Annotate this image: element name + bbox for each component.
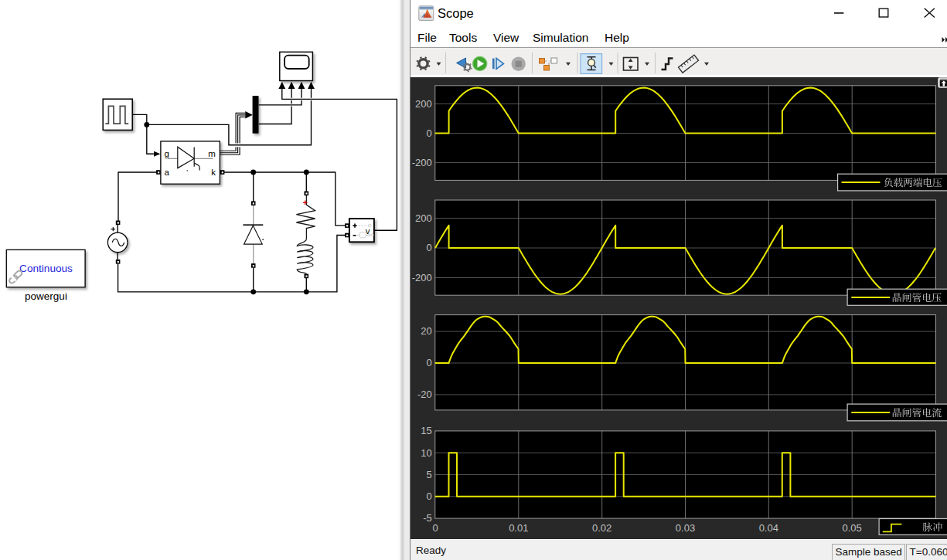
svg-text:k: k — [211, 168, 216, 177]
svg-text:v: v — [366, 226, 370, 236]
svg-text:0: 0 — [432, 522, 438, 534]
svg-text:a: a — [165, 168, 170, 177]
svg-text:0.01: 0.01 — [509, 522, 528, 534]
svg-text:200: 200 — [415, 212, 432, 224]
svg-text:15: 15 — [421, 425, 431, 436]
svg-text:-20: -20 — [417, 389, 432, 400]
svg-text:20: 20 — [421, 325, 431, 337]
svg-text:powergui: powergui — [25, 290, 67, 302]
svg-text:0: 0 — [427, 490, 432, 502]
svg-text:200: 200 — [415, 98, 432, 110]
svg-text:0.05: 0.05 — [843, 522, 862, 534]
svg-text:10: 10 — [421, 447, 431, 459]
svg-text:-200: -200 — [412, 272, 432, 283]
svg-text:0: 0 — [427, 242, 432, 253]
svg-text:0: 0 — [427, 127, 432, 139]
svg-text:0: 0 — [427, 357, 432, 368]
svg-text:0.03: 0.03 — [676, 522, 695, 534]
svg-text:g: g — [165, 149, 169, 158]
svg-text:-5: -5 — [423, 512, 432, 524]
svg-text:m: m — [208, 149, 216, 158]
svg-text:-200: -200 — [412, 157, 432, 168]
svg-text:5: 5 — [427, 469, 432, 480]
svg-text:0.04: 0.04 — [759, 522, 778, 534]
svg-text:0.02: 0.02 — [592, 522, 611, 534]
svg-text:Continuous: Continuous — [19, 263, 73, 274]
